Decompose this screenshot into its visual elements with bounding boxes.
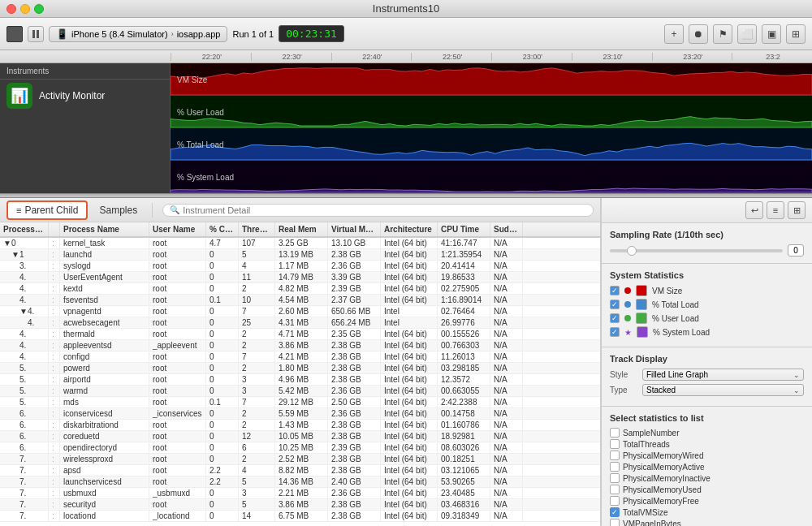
cell-realmem: 3.25 GB	[275, 238, 328, 248]
cell-cpu: 0.1	[206, 295, 239, 305]
sampling-rate-value[interactable]: 0	[788, 244, 804, 257]
table-row[interactable]: 5. : powerd root 0 2 1.80 MB 2.38 GB Int…	[0, 363, 600, 374]
table-row[interactable]: 4. : kextd root 0 2 4.82 MB 2.39 GB Inte…	[0, 283, 600, 295]
cell-cputime: 53.90265	[438, 476, 490, 487]
checkbox-total-load[interactable]	[610, 300, 620, 309]
cell-realmem: 13.19 MB	[275, 249, 328, 260]
close-button[interactable]	[6, 4, 16, 14]
type-select[interactable]: Stacked ⌄	[642, 384, 804, 396]
cell-pid: ▼0	[0, 238, 49, 248]
table-row[interactable]: 6. : diskarbitrationd root 0 2 1.43 MB 2…	[0, 420, 600, 431]
checkbox-user-load[interactable]	[610, 313, 620, 323]
back-button[interactable]: ↩	[745, 201, 763, 219]
cell-sudden: N/A	[490, 249, 523, 260]
grid-view-button[interactable]: ⊞	[788, 201, 806, 219]
table-row[interactable]: ▼0 : kernel_task root 4.7 107 3.25 GB 13…	[0, 238, 600, 249]
table-row[interactable]: ▼1 : launchd root 0 5 13.19 MB 2.38 GB I…	[0, 249, 600, 261]
table-row[interactable]: 4. : appleeventsd _appleevent 0 2 3.86 M…	[0, 340, 600, 351]
select-checkbox-total-threads[interactable]	[610, 439, 620, 449]
cell-virtmem: 2.36 GB	[328, 386, 381, 396]
search-input[interactable]	[183, 205, 586, 215]
activity-monitor-instrument[interactable]: 📊 Activity Monitor	[0, 80, 170, 112]
cell-dots: :	[49, 408, 60, 419]
cell-arch: Intel (64 bit)	[381, 374, 438, 385]
table-row[interactable]: 4. : acwebsecagent root 0 25 4.31 MB 656…	[0, 317, 600, 329]
checkbox-system-load[interactable]	[610, 327, 620, 337]
instrument-detail-search[interactable]: 🔍	[162, 204, 594, 217]
cell-name: UserEventAgent	[60, 272, 149, 282]
cell-arch: Intel (64 bit)	[381, 340, 438, 351]
tab-parent-child-label: Parent Child	[24, 205, 78, 216]
table-row[interactable]: ▼4. : vpnagentd root 0 7 2.60 MB 650.66 …	[0, 306, 600, 317]
table-row[interactable]: 4. : configd root 0 7 4.21 MB 2.38 GB In…	[0, 351, 600, 363]
cell-virtmem: 2.36 GB	[328, 488, 381, 498]
view-button[interactable]: ⊞	[786, 24, 806, 44]
layout-button[interactable]: ⬜	[737, 24, 757, 44]
select-checkbox-sample-number[interactable]	[610, 428, 620, 438]
cell-arch: Intel (64 bit)	[381, 499, 438, 510]
table-row[interactable]: 7. : locationd _locationd 0 14 6.75 MB 2…	[0, 511, 600, 522]
table-row[interactable]: 5. : airportd root 0 3 4.96 MB 2.38 GB I…	[0, 374, 600, 386]
cell-dots: :	[49, 351, 60, 362]
table-row[interactable]: 7. : apsd root 2.2 4 8.82 MB 2.38 GB Int…	[0, 465, 600, 476]
panel-button[interactable]: ▣	[762, 24, 781, 44]
select-checkbox-phys-mem-inactive[interactable]	[610, 473, 620, 483]
minimize-button[interactable]	[20, 4, 30, 14]
style-select[interactable]: Filled Line Graph ⌄	[642, 369, 804, 381]
table-row[interactable]: 7. : securityd root 0 5 3.86 MB 2.38 GB …	[0, 499, 600, 511]
tab-samples[interactable]: Samples	[91, 202, 145, 218]
select-stat-vm-page-in-bytes: VMPageInBytes	[610, 519, 804, 526]
cell-dots: :	[49, 283, 60, 294]
table-row[interactable]: 5. : mds root 0.1 7 29.12 MB 2.50 GB Int…	[0, 397, 600, 408]
tab-parent-child[interactable]: ≡ Parent Child	[6, 200, 88, 220]
cell-name: mds	[60, 397, 149, 407]
cell-arch: Intel (64 bit)	[381, 476, 438, 487]
table-header: Process ID Process Name User Name % CPU …	[0, 222, 600, 238]
cell-threads: 5	[239, 249, 275, 260]
cell-cputime: 02.275905	[438, 283, 490, 294]
device-selector[interactable]: 📱 iPhone 5 (8.4 Simulator) › iosapp.app	[49, 26, 227, 42]
cell-virtmem: 2.38 GB	[328, 454, 381, 464]
slider-thumb[interactable]	[627, 246, 637, 256]
table-row[interactable]: 4. : fseventsd root 0.1 10 4.54 MB 2.37 …	[0, 295, 600, 306]
table-row[interactable]: 3. : syslogd root 0 4 1.17 MB 2.36 GB In…	[0, 261, 600, 272]
cell-pid: 4.	[0, 272, 49, 282]
table-row[interactable]: 6. : iconservicesd _iconservices 0 2 5.5…	[0, 408, 600, 420]
table-row[interactable]: 7. : usbmuxd _usbmuxd 0 3 2.21 MB 2.36 G…	[0, 488, 600, 499]
select-checkbox-vm-page-in-bytes[interactable]	[610, 519, 620, 526]
cell-cpu: 0	[206, 249, 239, 260]
add-instrument-button[interactable]: +	[664, 24, 684, 44]
cell-cpu: 0	[206, 499, 239, 510]
select-stat-phys-mem-inactive: PhysicalMemoryInactive	[610, 473, 804, 483]
cell-realmem: 1.17 MB	[275, 261, 328, 271]
list-view-button[interactable]: ≡	[767, 201, 784, 219]
stop-button[interactable]	[6, 26, 23, 42]
checkbox-vm-size[interactable]	[610, 286, 620, 295]
select-checkbox-phys-mem-free[interactable]	[610, 496, 620, 506]
pause-button[interactable]	[28, 26, 44, 42]
maximize-button[interactable]	[34, 4, 44, 14]
select-checkbox-phys-mem-wired[interactable]	[610, 451, 620, 460]
cell-sudden: N/A	[490, 442, 523, 453]
table-row[interactable]: 7. : wirelessproxd root 0 2 2.52 MB 2.38…	[0, 454, 600, 465]
select-checkbox-total-vm-size[interactable]: ✓	[610, 507, 620, 517]
table-row[interactable]: 5. : warmd root 0 3 5.42 MB 2.36 GB Inte…	[0, 386, 600, 397]
cell-sudden: N/A	[490, 431, 523, 442]
select-checkbox-phys-mem-active[interactable]	[610, 462, 620, 472]
flag-button[interactable]: ⚑	[713, 24, 732, 44]
cell-cpu: 0	[206, 329, 239, 339]
style-label: Style	[610, 370, 642, 379]
cell-cpu: 0	[206, 283, 239, 294]
process-panel: ≡ Parent Child Samples 🔍 Process ID Proc…	[0, 198, 601, 526]
table-row[interactable]: 4. : UserEventAgent root 0 11 14.79 MB 3…	[0, 272, 600, 283]
table-row[interactable]: 4. : thermald root 0 2 4.71 MB 2.35 GB I…	[0, 329, 600, 340]
table-row[interactable]: 6. : opendirectoryd root 0 6 10.25 MB 2.…	[0, 442, 600, 454]
sampling-rate-slider[interactable]	[610, 249, 783, 252]
table-row[interactable]: 7. : launchservicesd root 2.2 5 14.36 MB…	[0, 476, 600, 488]
record-button[interactable]: ⏺	[689, 24, 708, 44]
select-checkbox-phys-mem-used[interactable]	[610, 485, 620, 494]
cell-sudden: N/A	[490, 465, 523, 476]
cell-user: _usbmuxd	[149, 488, 206, 498]
table-row[interactable]: 6. : coreduetd root 0 12 10.05 MB 2.38 G…	[0, 431, 600, 442]
cell-name: apsd	[60, 465, 149, 476]
